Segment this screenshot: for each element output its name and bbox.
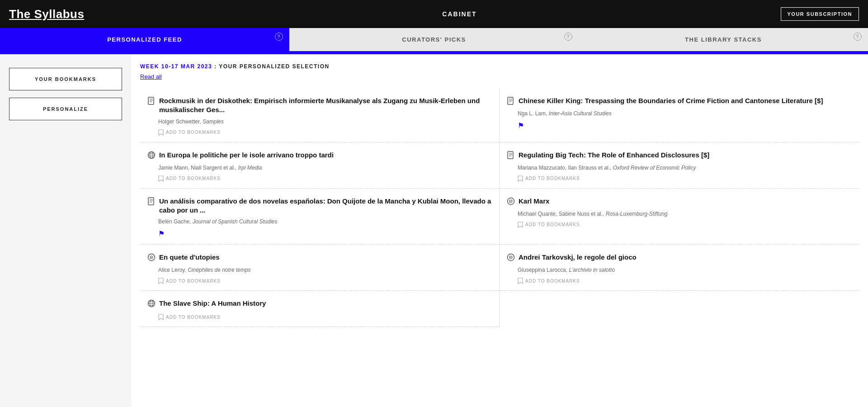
add-to-bookmarks-button[interactable]: ADD TO BOOKMARKS — [158, 129, 221, 136]
article-card: Rockmusik in der Diskothek: Empirisch in… — [140, 88, 500, 142]
article-type-icon — [147, 299, 156, 309]
sidebar: YOUR BOOKMARKS PERSONALIZE — [0, 54, 131, 407]
info-icon-personalized[interactable]: ? — [275, 33, 283, 41]
article-card: Un análisis comparativo de dos novelas e… — [140, 189, 500, 245]
svg-point-26 — [151, 257, 152, 258]
add-to-bookmarks-button[interactable]: ADD TO BOOKMARKS — [518, 175, 580, 182]
article-card: In Europa le politiche per le isole arri… — [140, 142, 500, 189]
cabinet-label: CABINET — [138, 10, 780, 18]
tab-personalized-feed[interactable]: PERSONALIZED FEED ? — [0, 28, 289, 51]
article-title[interactable]: Un análisis comparativo de dos novelas e… — [159, 197, 492, 215]
tab-library-label: THE LIBRARY STACKS — [685, 36, 762, 43]
article-title[interactable]: Rockmusik in der Diskothek: Empirisch in… — [159, 96, 492, 115]
article-meta: Nga L. Lam, Inter-Asia Cultural Studies — [518, 110, 852, 117]
article-meta: Holger Schwetter, Samples — [158, 118, 492, 125]
svg-rect-13 — [508, 151, 513, 159]
article-meta: Belén Gache, Journal of Spanish Cultural… — [158, 218, 492, 225]
svg-rect-4 — [508, 97, 513, 104]
svg-rect-0 — [148, 97, 154, 104]
article-card: Regulating Big Tech: The Role of Enhance… — [500, 142, 859, 189]
tab-bar: PERSONALIZED FEED ? CURATORS' PICKS ? TH… — [0, 28, 868, 52]
article-title-row: Andrei Tarkovskj, le regole del gioco — [507, 253, 852, 263]
article-type-icon — [147, 197, 156, 207]
article-meta: Alice Leroy, Cinéphiles de notre temps — [158, 267, 492, 273]
article-type-icon — [147, 253, 156, 263]
read-all-link[interactable]: Read all — [140, 73, 162, 80]
add-to-bookmarks-button[interactable]: ADD TO BOOKMARKS — [158, 314, 221, 320]
article-card: Andrei Tarkovskj, le regole del gioco Gi… — [500, 245, 859, 291]
personalize-button[interactable]: PERSONALIZE — [9, 98, 122, 120]
article-title[interactable]: En quete d'utopies — [159, 253, 220, 262]
article-meta: Michael Quante, Sabine Nuss et al., Rosa… — [518, 211, 852, 217]
svg-point-23 — [510, 201, 511, 202]
subscription-button[interactable]: YOUR SUBSCRIPTION — [781, 7, 859, 21]
article-title-row: Regulating Big Tech: The Role of Enhance… — [507, 151, 852, 161]
article-meta: Giuseppina Larocca, L'archivio in salott… — [518, 267, 852, 273]
svg-point-29 — [510, 257, 511, 258]
tab-library-stacks[interactable]: THE LIBRARY STACKS ? — [579, 28, 868, 51]
week-label: WEEK 10-17 MAR 2023 — [140, 63, 212, 70]
tab-curators-label: CURATORS' PICKS — [402, 36, 466, 43]
article-type-icon — [507, 151, 515, 161]
tab-curators-picks[interactable]: CURATORS' PICKS ? — [289, 28, 579, 51]
article-title-row: In Europa le politiche per le isole arri… — [147, 151, 492, 161]
main-content: WEEK 10-17 MAR 2023 : YOUR PERSONALIZED … — [131, 54, 868, 407]
tab-personalized-label: PERSONALIZED FEED — [107, 36, 182, 43]
article-title[interactable]: Andrei Tarkovskj, le regole del gioco — [519, 253, 637, 262]
article-card: The Slave Ship: A Human History ADD TO B… — [140, 291, 500, 327]
article-type-icon — [147, 151, 156, 161]
logo[interactable]: The Syllabus — [9, 7, 84, 21]
article-title-row: Karl Marx — [507, 197, 852, 207]
article-card: Karl Marx Michael Quante, Sabine Nuss et… — [500, 189, 859, 245]
article-type-icon — [507, 97, 515, 107]
svg-rect-17 — [148, 198, 154, 205]
article-title-row: Chinese Killer King: Trespassing the Bou… — [507, 96, 852, 107]
bookmarked-icon[interactable]: ⚑ — [158, 229, 492, 238]
article-title[interactable]: Chinese Killer King: Trespassing the Bou… — [519, 96, 823, 105]
article-title-row: En quete d'utopies — [147, 253, 492, 263]
bookmarked-icon[interactable]: ⚑ — [518, 121, 852, 130]
article-title-row: Rockmusik in der Diskothek: Empirisch in… — [147, 96, 492, 115]
main-layout: YOUR BOOKMARKS PERSONALIZE WEEK 10-17 MA… — [0, 54, 868, 407]
articles-grid: Rockmusik in der Diskothek: Empirisch in… — [140, 88, 859, 327]
article-title[interactable]: The Slave Ship: A Human History — [159, 299, 266, 308]
week-suffix: : YOUR PERSONALIZED SELECTION — [212, 63, 329, 70]
add-to-bookmarks-button[interactable]: ADD TO BOOKMARKS — [158, 278, 221, 284]
add-to-bookmarks-button[interactable]: ADD TO BOOKMARKS — [518, 222, 580, 228]
article-meta: Jamie Mann, Niall Sargent et al., Irpi M… — [158, 165, 492, 171]
article-card: Chinese Killer King: Trespassing the Bou… — [500, 88, 859, 142]
article-card: En quete d'utopies Alice Leroy, Cinéphil… — [140, 245, 500, 291]
week-header: WEEK 10-17 MAR 2023 : YOUR PERSONALIZED … — [140, 63, 859, 70]
article-title[interactable]: Regulating Big Tech: The Role of Enhance… — [519, 151, 709, 160]
add-to-bookmarks-button[interactable]: ADD TO BOOKMARKS — [158, 175, 221, 182]
info-icon-curators[interactable]: ? — [564, 33, 572, 41]
article-title-row: The Slave Ship: A Human History — [147, 299, 492, 309]
article-meta: Mariana Mazzucato, Ilan Strauss et al., … — [518, 165, 852, 171]
article-title[interactable]: In Europa le politiche per le isole arri… — [159, 151, 334, 160]
article-title-row: Un análisis comparativo de dos novelas e… — [147, 197, 492, 215]
article-type-icon — [507, 197, 515, 207]
your-bookmarks-button[interactable]: YOUR BOOKMARKS — [9, 68, 122, 90]
info-icon-library[interactable]: ? — [854, 33, 862, 41]
article-title[interactable]: Karl Marx — [519, 197, 549, 206]
header: The Syllabus CABINET YOUR SUBSCRIPTION — [0, 0, 868, 28]
add-to-bookmarks-button[interactable]: ADD TO BOOKMARKS — [518, 278, 580, 284]
article-type-icon — [147, 97, 156, 107]
article-type-icon — [507, 253, 515, 263]
